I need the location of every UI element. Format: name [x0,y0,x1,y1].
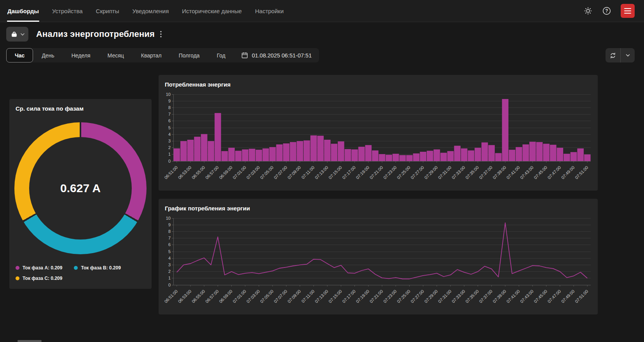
range-tab-6[interactable]: Год [208,48,234,62]
dashboard-group-button[interactable] [6,27,28,42]
legend-item-1[interactable]: Ток фаза В: 0.209 [74,265,120,271]
date-range-picker[interactable]: 01.08.2025 06:51-07:51 [234,48,319,62]
svg-text:07:17:00: 07:17:00 [341,289,356,304]
consumed-energy-card: Потребленная энергия 01234567891006:51:0… [159,75,598,191]
svg-text:4: 4 [168,132,171,137]
refresh-options-button[interactable] [620,48,635,62]
svg-text:07:25:00: 07:25:00 [396,165,411,180]
svg-text:06:59:00: 06:59:00 [218,289,233,304]
svg-text:07:01:00: 07:01:00 [232,165,247,180]
svg-text:3: 3 [168,262,171,267]
donut-hole: 0.627 A [29,137,132,240]
svg-text:07:29:00: 07:29:00 [424,289,439,304]
legend-dot [74,266,78,270]
svg-text:7: 7 [168,112,171,116]
refresh-button[interactable] [606,48,620,62]
refresh-split-button [606,48,635,62]
briefcase-icon [10,31,18,38]
donut-center-value: 0.627 A [60,182,101,195]
svg-text:07:03:00: 07:03:00 [246,165,261,180]
svg-text:07:23:00: 07:23:00 [382,289,398,304]
nav-item-2[interactable]: Скрипты [89,0,126,22]
svg-text:07:33:00: 07:33:00 [451,289,466,304]
range-tab-0[interactable]: Час [6,48,33,62]
svg-text:07:15:00: 07:15:00 [328,289,343,304]
svg-text:07:07:00: 07:07:00 [273,289,288,304]
svg-text:07:45:00: 07:45:00 [533,165,548,180]
svg-text:1: 1 [168,276,171,280]
svg-text:07:51:00: 07:51:00 [574,165,589,180]
svg-text:07:05:00: 07:05:00 [259,289,274,304]
svg-text:07:05:00: 07:05:00 [259,165,274,180]
svg-text:2: 2 [168,269,171,274]
svg-text:07:01:00: 07:01:00 [232,289,247,304]
nav-item-4[interactable]: Исторические данные [175,0,248,22]
nav-item-1[interactable]: Устройства [45,0,89,22]
donut-legend: Ток фаза А: 0.209Ток фаза В: 0.209Ток фа… [16,265,145,286]
energy-consumption-line-chart: 01234567891006:51:0006:53:0006:55:0006:5… [162,214,594,312]
svg-text:07:21:00: 07:21:00 [369,165,384,180]
svg-text:06:53:00: 06:53:00 [177,289,192,304]
nav-item-3[interactable]: Уведомления [126,0,175,22]
date-range-text: 01.08.2025 06:51-07:51 [252,52,312,59]
svg-text:07:21:00: 07:21:00 [369,289,384,304]
legend-label: Ток фаза А: 0.209 [23,265,62,271]
legend-item-2[interactable]: Ток фаза С: 0.209 [16,276,62,281]
svg-text:07:23:00: 07:23:00 [382,165,398,180]
svg-text:07:49:00: 07:49:00 [560,165,576,180]
calendar-icon [241,52,248,59]
kebab-menu-icon[interactable] [160,31,162,38]
svg-text:07:47:00: 07:47:00 [546,165,562,180]
theme-toggle-icon[interactable] [583,6,593,16]
svg-text:5: 5 [168,125,171,130]
svg-text:6: 6 [168,242,171,247]
horizontal-scrollbar-thumb[interactable] [17,340,42,342]
range-tab-1[interactable]: День [33,48,63,62]
svg-text:07:19:00: 07:19:00 [355,165,370,180]
svg-text:06:59:00: 06:59:00 [218,165,233,180]
svg-text:07:41:00: 07:41:00 [506,289,521,304]
svg-text:07:13:00: 07:13:00 [314,165,329,180]
svg-text:06:55:00: 06:55:00 [191,289,206,304]
phase-current-title: Ср. сила тока по фазам [9,99,152,112]
svg-text:07:43:00: 07:43:00 [519,165,534,180]
svg-text:07:47:00: 07:47:00 [546,289,562,304]
svg-text:07:19:00: 07:19:00 [355,289,370,304]
legend-item-0[interactable]: Ток фаза А: 0.209 [16,265,62,271]
top-nav-bar: ДашбордыУстройстваСкриптыУведомленияИсто… [0,0,644,22]
svg-text:3: 3 [168,139,171,143]
svg-text:07:11:00: 07:11:00 [300,289,315,304]
legend-dot [16,276,19,280]
svg-text:8: 8 [168,229,171,234]
svg-text:06:51:00: 06:51:00 [163,289,178,304]
svg-text:10: 10 [166,216,171,220]
svg-text:06:57:00: 06:57:00 [204,289,220,304]
time-range-tabs: ЧасДеньНеделяМесяцКварталПолгодаГод [6,48,234,62]
consumed-energy-title: Потребленная энергия [159,75,598,88]
energy-graph-card: График потребления энергии 0123456789100… [159,199,598,314]
svg-text:07:37:00: 07:37:00 [478,289,493,304]
time-range-toolbar: ЧасДеньНеделяМесяцКварталПолгодаГод 01.0… [6,48,635,62]
phase-current-donut-chart: 0.627 A [14,122,147,254]
svg-text:07:13:00: 07:13:00 [314,289,329,304]
range-tab-2[interactable]: Неделя [63,48,99,62]
chevron-down-icon [21,33,24,36]
range-tab-3[interactable]: Месяц [99,48,133,62]
legend-row-0: Ток фаза А: 0.209Ток фаза В: 0.209 [16,265,145,271]
svg-text:07:25:00: 07:25:00 [396,289,411,304]
main-nav: ДашбордыУстройстваСкриптыУведомленияИсто… [0,0,290,22]
range-tab-5[interactable]: Полгода [170,48,208,62]
svg-text:6: 6 [168,118,171,123]
svg-text:06:55:00: 06:55:00 [191,165,206,180]
svg-text:07:29:00: 07:29:00 [424,165,439,180]
svg-text:07:11:00: 07:11:00 [300,165,315,180]
nav-item-5[interactable]: Настройки [248,0,290,22]
hamburger-menu-button[interactable] [621,4,635,18]
svg-text:07:35:00: 07:35:00 [464,289,480,304]
nav-item-0[interactable]: Дашборды [1,0,45,22]
help-icon[interactable]: ? [602,6,611,16]
svg-text:8: 8 [168,105,171,110]
range-tab-4[interactable]: Квартал [133,48,170,62]
svg-text:07:03:00: 07:03:00 [246,289,261,304]
svg-text:9: 9 [168,99,171,103]
